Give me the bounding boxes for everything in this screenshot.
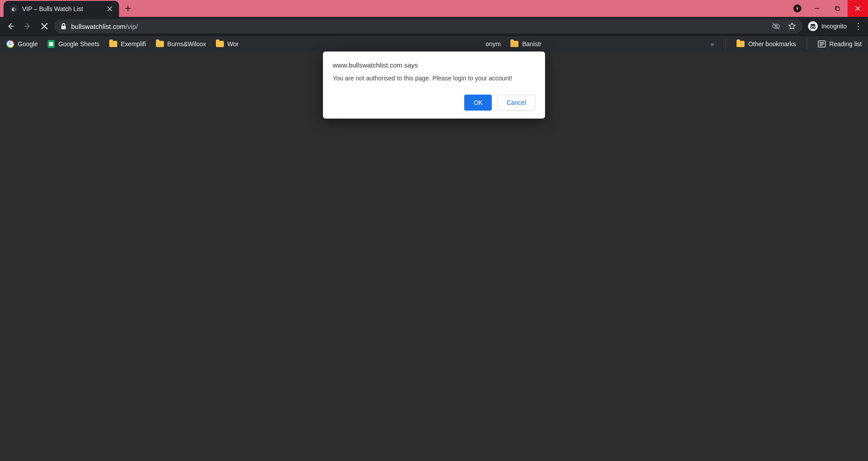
tab-title: VIP – Bulls Watch List <box>22 5 101 12</box>
address-bar[interactable]: bullswatchlist.com/vip/ <box>54 19 803 33</box>
arrow-left-icon <box>6 22 15 31</box>
window-indicator-icon: ▼ <box>793 4 801 12</box>
other-bookmarks-label: Other bookmarks <box>748 40 796 48</box>
dialog-cancel-button[interactable]: Cancel <box>497 95 535 111</box>
stop-reload-button[interactable] <box>37 19 52 33</box>
reading-list-label: Reading list <box>829 40 862 48</box>
bookmark-label: Wor <box>227 40 239 48</box>
bookmark-google[interactable]: Google <box>4 38 40 50</box>
dialog-title: www.bullswatchlist.com says <box>333 61 535 69</box>
folder-icon <box>510 41 518 47</box>
incognito-indicator[interactable]: Incognito <box>805 21 849 31</box>
window-close-button[interactable] <box>848 0 868 17</box>
google-icon <box>6 40 14 48</box>
other-bookmarks-button[interactable]: Other bookmarks <box>735 39 797 49</box>
dialog-ok-button[interactable]: OK <box>464 95 492 111</box>
divider <box>807 39 807 49</box>
arrow-right-icon <box>23 22 32 31</box>
close-icon <box>855 6 860 11</box>
page-viewport: www.bullswatchlist.com says You are not … <box>0 52 868 461</box>
bookmark-label: Google <box>18 40 38 48</box>
bookmark-exemplifi[interactable]: Exemplifi <box>108 39 148 49</box>
incognito-icon <box>808 21 818 31</box>
bookmark-banistr[interactable]: Banistr <box>509 39 543 49</box>
incognito-label: Incognito <box>821 23 847 30</box>
forward-button[interactable] <box>20 19 35 33</box>
bookmark-burns-wilcox[interactable]: Burns&Wilcox <box>154 39 208 49</box>
folder-icon <box>216 41 224 47</box>
sheets-icon: ▦ <box>48 40 55 48</box>
dialog-message: You are not authorised to this page. Ple… <box>333 74 535 83</box>
svg-rect-1 <box>836 8 840 11</box>
browser-tab[interactable]: ◐ VIP – Bulls Watch List <box>4 1 119 17</box>
tab-favicon: ◐ <box>10 5 18 13</box>
bookmarks-bar: Google ▦ Google Sheets Exemplifi Burns&W… <box>0 36 868 52</box>
divider <box>725 39 726 49</box>
close-icon <box>41 23 48 30</box>
browser-menu-button[interactable]: ⋮ <box>852 21 864 31</box>
bookmark-label: onym <box>486 40 501 48</box>
bookmark-onym[interactable]: onym <box>484 39 502 49</box>
bookmark-google-sheets[interactable]: ▦ Google Sheets <box>46 38 101 50</box>
bookmarks-overflow-button[interactable]: » <box>708 40 717 48</box>
folder-icon <box>156 41 164 47</box>
close-icon <box>107 6 112 12</box>
window-minimize-button[interactable] <box>807 0 827 17</box>
eye-off-icon[interactable] <box>772 22 780 31</box>
new-tab-button[interactable] <box>121 0 135 17</box>
browser-toolbar: bullswatchlist.com/vip/ Incognito ⋮ <box>0 17 868 36</box>
star-icon[interactable] <box>788 22 796 31</box>
bookmark-label: Exemplifi <box>121 40 146 48</box>
window-titlebar: ◐ VIP – Bulls Watch List ▼ <box>0 0 868 17</box>
svg-point-5 <box>813 27 816 29</box>
dialog-buttons: OK Cancel <box>333 95 535 111</box>
folder-icon <box>109 41 117 47</box>
folder-icon <box>737 41 745 47</box>
reading-list-icon <box>818 40 826 48</box>
maximize-icon <box>835 6 840 11</box>
url-text: bullswatchlist.com/vip/ <box>71 23 138 30</box>
window-controls <box>807 0 868 17</box>
url-path: /vip/ <box>126 23 138 30</box>
reading-list-button[interactable]: Reading list <box>816 39 864 49</box>
close-tab-button[interactable] <box>106 5 114 13</box>
svg-point-4 <box>811 27 813 29</box>
bookmark-label: Banistr <box>522 40 542 48</box>
omnibox-actions <box>772 22 796 31</box>
bookmark-label: Google Sheets <box>58 40 100 48</box>
javascript-alert-dialog: www.bullswatchlist.com says You are not … <box>323 52 545 119</box>
window-maximize-button[interactable] <box>827 0 848 17</box>
plus-icon <box>124 5 131 12</box>
back-button[interactable] <box>4 19 18 33</box>
bookmark-wor[interactable]: Wor <box>214 39 240 49</box>
minimize-icon <box>814 6 820 11</box>
bookmark-label: Burns&Wilcox <box>167 40 206 48</box>
url-domain: bullswatchlist.com <box>71 23 126 30</box>
svg-rect-2 <box>61 26 66 29</box>
lock-icon <box>60 23 67 30</box>
